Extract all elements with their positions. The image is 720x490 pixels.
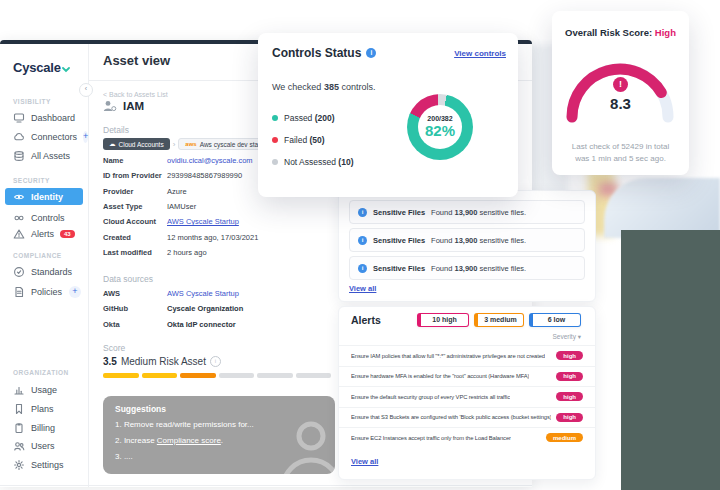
sensitive-files-panel: i Sensitive Files Found 13,900 sensitive… — [338, 190, 596, 302]
details-section-label: Details — [103, 125, 129, 135]
legend-not-assessed: Not Assessed (10) — [272, 157, 353, 167]
view-controls-link[interactable]: View controls — [454, 49, 506, 58]
data-source-row: OktaOkta IdP connector — [103, 317, 338, 332]
sidebar-item-all-assets[interactable]: All Assets — [5, 147, 83, 164]
field-row: Asset TypeIAMUser — [103, 199, 338, 214]
legend-failed: Failed (50) — [272, 135, 325, 145]
info-icon[interactable]: i — [366, 48, 376, 58]
sidebar-item-standards[interactable]: Standards — [5, 263, 83, 280]
user-ghost-icon — [271, 416, 335, 474]
dashboard-icon — [13, 112, 25, 124]
severity-badge: medium — [546, 433, 583, 442]
info-icon: i — [210, 356, 221, 367]
sidebar-item-identity[interactable]: Identity — [5, 188, 83, 205]
alert-exclamation-icon: ! — [613, 77, 628, 92]
app-bottom-border — [0, 485, 532, 486]
screenshot-stage: Cyscale ‹ VISIBILITY Dashboard Connector… — [0, 0, 720, 490]
alerts-count-badge: 43 — [60, 230, 75, 238]
sensitive-files-row[interactable]: i Sensitive Files Found 13,900 sensitive… — [349, 256, 585, 280]
info-icon: i — [358, 236, 367, 245]
sidebar-item-dashboard[interactable]: Dashboard — [5, 109, 83, 126]
severity-column-header[interactable]: Severity ▾ — [552, 333, 581, 341]
alert-row[interactable]: Ensure hardware MFA is enabled for the "… — [339, 366, 595, 387]
asset-name: IAM — [123, 100, 144, 112]
suggestions-title: Suggestions — [115, 404, 166, 414]
risk-level: High — [655, 27, 676, 38]
sidebar-item-settings[interactable]: Settings — [5, 456, 83, 473]
sidebar-item-usage[interactable]: Usage — [5, 381, 83, 398]
sidebar-item-users[interactable]: Users — [5, 437, 83, 454]
risk-score-bar — [103, 373, 331, 378]
database-icon — [13, 150, 25, 162]
chevron-right-icon: › — [173, 140, 176, 149]
score-label: Score — [103, 343, 125, 353]
users-icon — [13, 440, 25, 452]
section-label-organization: ORGANIZATION — [13, 369, 69, 376]
data-source-row: GitHubCyscale Organization — [103, 301, 338, 316]
sensitive-files-row[interactable]: i Sensitive Files Found 13,900 sensitive… — [349, 200, 585, 224]
name-link[interactable]: ovidiu.cical@cyscale.com — [167, 156, 253, 165]
field-row: Created12 months ago, 17/03/2021 — [103, 229, 338, 244]
alert-row[interactable]: Ensure that S3 Buckets are configured wi… — [339, 407, 595, 428]
sidebar-item-billing[interactable]: Billing — [5, 419, 83, 436]
severity-badge: high — [556, 372, 583, 381]
cloud-icon: ☁ — [109, 140, 116, 148]
sidebar-item-plans[interactable]: Plans — [5, 400, 83, 417]
filter-medium-badge[interactable]: 3 medium — [474, 313, 524, 327]
aws-source-link[interactable]: AWS Cyscale Startup — [167, 289, 239, 298]
sensitive-files-view-all-link[interactable]: View all — [349, 284, 376, 293]
compliance-score-link[interactable]: Compliance score — [157, 436, 221, 445]
alert-row[interactable]: Ensure the default security group of eve… — [339, 386, 595, 407]
field-row: Last modified2 hours ago — [103, 245, 338, 260]
gear-icon — [13, 459, 25, 471]
controls-donut-chart: 200/382 82% — [407, 94, 473, 160]
sensitive-files-row[interactable]: i Sensitive Files Found 13,900 sensitive… — [349, 228, 585, 252]
field-row: Cloud AccountAWS Cyscale Startup — [103, 214, 338, 229]
section-label-visibility: VISIBILITY — [13, 98, 51, 105]
risk-score-title: Overall Risk Score: High — [552, 27, 689, 38]
billing-icon — [13, 422, 25, 434]
controls-icon — [13, 212, 25, 224]
warning-triangle-icon — [13, 228, 25, 240]
controls-status-title: Controls Status i — [272, 46, 376, 60]
suggestion-item: 1. Remove read/write permissions for... — [115, 420, 254, 429]
back-to-assets-link[interactable]: < Back to Assets List — [103, 91, 168, 98]
cyscale-logo: Cyscale — [13, 60, 61, 75]
filter-high-badge[interactable]: 10 high — [417, 313, 469, 327]
eye-icon — [13, 191, 25, 203]
alerts-view-all-link[interactable]: View all — [351, 457, 378, 466]
controls-status-card: Controls Status i View controls We check… — [258, 33, 518, 197]
info-icon: i — [358, 264, 367, 273]
legend-passed: Passed (200) — [272, 113, 335, 123]
not-assessed-dot-icon — [272, 159, 278, 165]
donut-fraction: 200/382 — [427, 115, 452, 122]
sidebar-item-controls[interactable]: Controls — [5, 209, 83, 226]
sidebar-collapse-button[interactable]: ‹ — [79, 83, 93, 97]
add-policy-button[interactable]: + — [69, 286, 81, 298]
breadcrumb-cloud-accounts[interactable]: ☁ Cloud Accounts — [103, 138, 170, 150]
user-icon — [103, 100, 117, 112]
alert-row[interactable]: Ensure IAM policies that allow full "*:*… — [339, 345, 595, 366]
risk-score-footer: Last check of 52429 in total was 1 min a… — [552, 141, 689, 164]
sort-arrow-icon: ▾ — [578, 333, 581, 340]
suggestion-item: 3. .... — [115, 452, 133, 461]
document-icon — [13, 286, 25, 298]
add-connector-button[interactable]: + — [83, 131, 88, 143]
standards-icon — [13, 266, 25, 278]
cloud-account-link[interactable]: AWS Cyscale Startup — [167, 217, 239, 226]
failed-dot-icon — [272, 137, 278, 143]
alert-row[interactable]: Ensure EC2 Instances accept traffic only… — [339, 427, 595, 448]
risk-score-card: Overall Risk Score: High ! 8.3 Last chec… — [552, 11, 689, 175]
suggestions-card: Suggestions 1. Remove read/write permiss… — [103, 396, 335, 474]
sidebar-item-connectors[interactable]: Connectors + — [5, 128, 83, 145]
data-source-row: AWSAWS Cyscale Startup — [103, 286, 338, 301]
section-label-compliance: COMPLIANCE — [13, 252, 62, 259]
score-text: Medium Risk Asset — [121, 356, 206, 367]
info-icon: i — [358, 208, 367, 217]
sidebar-item-policies[interactable]: Policies + — [5, 283, 83, 300]
controls-summary: We checked 385 controls. — [272, 82, 375, 92]
sidebar-item-alerts[interactable]: Alerts 43 — [5, 225, 83, 242]
alerts-panel: Alerts 10 high 3 medium 6 low Severity ▾… — [338, 306, 596, 480]
filter-low-badge[interactable]: 6 low — [529, 313, 581, 327]
breadcrumb: ☁ Cloud Accounts › aws Aws cyscale dev s… — [103, 137, 284, 151]
